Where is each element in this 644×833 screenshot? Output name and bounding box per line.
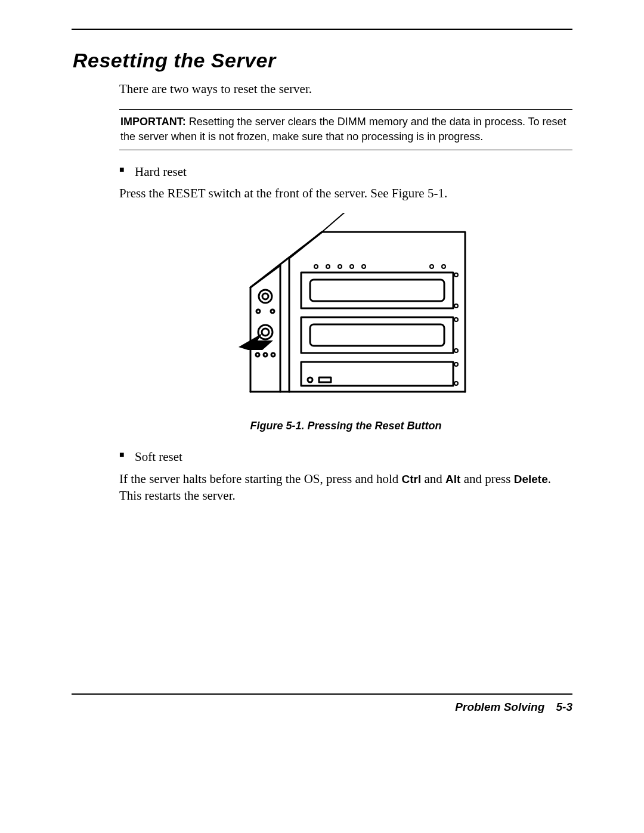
important-label: IMPORTANT: [120, 116, 186, 128]
bullet-list-soft: Soft reset [119, 448, 572, 465]
svg-point-5 [262, 293, 268, 299]
svg-point-31 [442, 265, 445, 268]
footer: Problem Solving 5-3 [72, 693, 572, 714]
section-title: Resetting the Server [73, 49, 572, 72]
svg-point-21 [454, 318, 458, 321]
key-delete: Delete [514, 473, 548, 485]
bullet-hard-reset: Hard reset [119, 163, 572, 180]
svg-line-3 [289, 232, 322, 258]
svg-point-23 [454, 363, 458, 366]
important-text: Resetting the server clears the DIMM mem… [120, 116, 566, 142]
svg-point-29 [362, 265, 366, 268]
svg-point-4 [259, 290, 272, 303]
key-alt: Alt [445, 473, 460, 485]
soft-reset-p1a: If the server halts before starting the … [119, 472, 402, 486]
bullet-soft-reset: Soft reset [119, 448, 572, 465]
important-box: IMPORTANT: Resetting the server clears t… [119, 109, 572, 150]
body: There are two ways to reset the server. … [119, 80, 572, 504]
footer-page: 5-3 [556, 701, 572, 713]
footer-text: Problem Solving 5-3 [72, 695, 572, 714]
svg-line-34 [322, 213, 358, 232]
svg-point-28 [350, 265, 354, 268]
svg-point-26 [326, 265, 330, 268]
key-ctrl: Ctrl [402, 473, 422, 485]
soft-reset-text: If the server halts before starting the … [119, 470, 572, 504]
figure-caption: Figure 5-1. Pressing the Reset Button [119, 419, 572, 433]
footer-section: Problem Solving [455, 701, 544, 713]
svg-point-10 [256, 353, 259, 357]
svg-point-6 [258, 325, 273, 339]
svg-point-11 [264, 353, 267, 357]
svg-point-8 [256, 309, 260, 313]
svg-point-20 [454, 304, 458, 308]
svg-point-12 [271, 353, 275, 357]
svg-rect-33 [319, 377, 331, 382]
svg-point-22 [454, 349, 458, 352]
svg-point-9 [271, 309, 274, 313]
svg-point-25 [314, 265, 318, 268]
server-diagram [221, 213, 471, 404]
svg-rect-15 [301, 317, 453, 353]
soft-reset-p1b: and [421, 472, 445, 486]
svg-rect-14 [301, 272, 453, 308]
svg-point-30 [430, 265, 434, 268]
svg-point-7 [262, 329, 269, 336]
svg-rect-17 [310, 280, 444, 301]
intro-text: There are two ways to reset the server. [119, 80, 572, 97]
hard-reset-text: Press the RESET switch at the front of t… [119, 185, 572, 202]
svg-marker-13 [239, 333, 273, 350]
figure [119, 213, 572, 408]
soft-reset-p1c: and press [460, 472, 513, 486]
page: Resetting the Server There are two ways … [0, 0, 644, 833]
svg-point-32 [308, 377, 312, 382]
svg-point-19 [454, 273, 458, 277]
svg-line-2 [250, 265, 280, 287]
bullet-list-hard: Hard reset [119, 163, 572, 180]
svg-point-27 [338, 265, 342, 268]
svg-point-24 [454, 382, 458, 385]
content-area: Resetting the Server There are two ways … [72, 30, 572, 504]
svg-rect-18 [310, 324, 444, 346]
